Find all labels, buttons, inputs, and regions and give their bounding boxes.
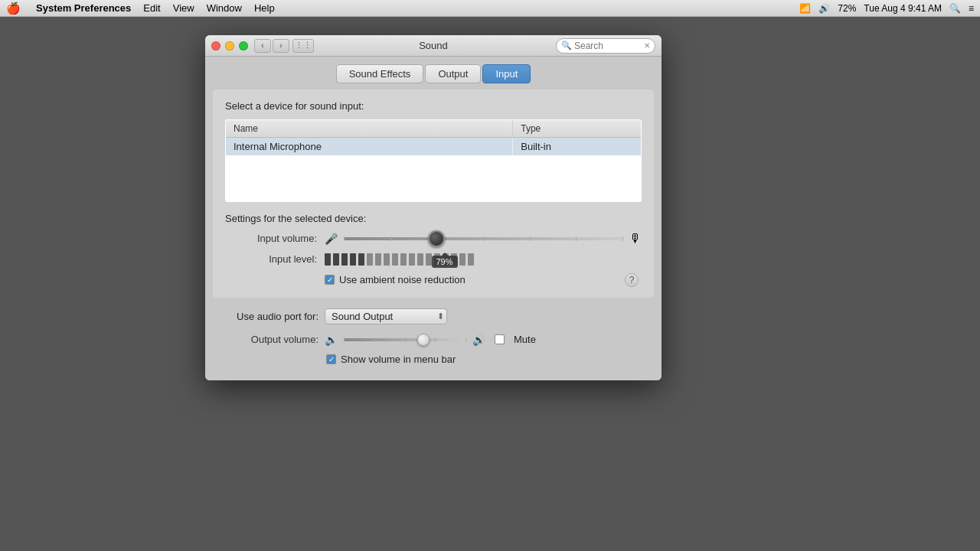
minimize-button[interactable] [225,41,234,51]
forward-button[interactable]: › [273,39,289,53]
battery-status: 72% [838,3,856,14]
level-bar-6 [367,253,373,266]
menu-system-preferences[interactable]: System Preferences [36,2,131,14]
back-button[interactable]: ‹ [254,39,271,53]
tab-output[interactable]: Output [425,64,481,83]
sound-panel: Sound Effects Output Input Select a devi… [205,57,662,380]
show-volume-row: ✓ Show volume in menu bar [213,354,654,365]
output-volume-thumb[interactable] [417,334,430,346]
level-bar-4 [350,253,356,266]
level-bar-12 [417,253,423,266]
show-volume-checkbox[interactable]: ✓ [326,354,336,364]
noise-reduction-row: ✓ Use ambient noise reduction [325,274,466,285]
select-wrapper: Sound Output Sound Input Off ⬍ [325,308,447,324]
tab-sound-effects[interactable]: Sound Effects [336,64,424,83]
search-input[interactable] [574,41,644,51]
level-bar-5 [358,253,364,266]
table-row-empty [226,155,642,201]
clock: Tue Aug 4 9:41 AM [864,3,942,14]
level-bar-2 [333,253,339,266]
tabs-row: Sound Effects Output Input [205,57,662,90]
settings-label: Settings for the selected device: [225,213,642,224]
noise-reduction-checkbox[interactable]: ✓ [325,275,335,285]
level-bar-17 [459,253,466,266]
input-volume-label: Input volume: [225,233,317,244]
panel-title: Sound [419,40,448,51]
mute-checkbox[interactable] [495,334,505,344]
apple-menu[interactable]: 🍎 [6,2,21,15]
select-device-label: Select a device for sound input: [225,100,642,112]
nav-buttons: ‹ › [254,39,289,53]
menu-edit[interactable]: Edit [143,2,160,14]
grid-button[interactable]: ⋮⋮ [292,39,314,53]
level-bar-3 [341,253,348,266]
traffic-lights [211,41,248,51]
device-name: Internal Microphone [226,138,513,156]
audio-port-row: Use audio port for: Sound Output Sound I… [213,308,654,324]
bottom-section: Use audio port for: Sound Output Sound I… [205,308,662,365]
output-volume-slider[interactable] [344,338,466,341]
close-button[interactable] [211,41,220,51]
input-level-label: Input level: [225,253,317,265]
table-row[interactable]: Internal Microphone Built-in [226,138,642,156]
show-volume-label: Show volume in menu bar [341,354,456,365]
mic-quiet-icon: 🎤 [325,233,338,245]
col-name: Name [226,120,513,138]
menu-view[interactable]: View [173,2,194,14]
audio-port-select[interactable]: Sound Output Sound Input Off [325,308,447,324]
col-type: Type [513,120,642,138]
level-bar-1 [325,253,331,266]
menubar-right: 📶 🔊 72% Tue Aug 4 9:41 AM 🔍 ≡ [799,3,974,14]
input-volume-thumb[interactable] [428,230,445,247]
mute-label: Mute [514,334,536,345]
level-bar-18 [468,253,474,266]
output-volume-label: Output volume: [213,334,318,345]
level-bar-11 [409,253,415,266]
wifi-icon: 📶 [799,3,811,14]
menu-window[interactable]: Window [207,2,242,14]
menubar: 🍎 System Preferences Edit View Window He… [0,0,980,17]
clear-search-icon[interactable]: ✕ [644,41,650,50]
tab-input[interactable]: Input [482,64,531,83]
input-volume-slider[interactable]: 79% [344,237,623,240]
titlebar: ‹ › ⋮⋮ Sound 🔍 ✕ [205,35,662,57]
input-volume-row: Input volume: 🎤 [225,232,642,246]
spotlight-icon[interactable]: 🔍 [949,3,961,14]
device-table: Name Type Internal Microphone Built-in [225,119,642,202]
search-bar[interactable]: 🔍 ✕ [556,38,655,54]
sound-window: ‹ › ⋮⋮ Sound 🔍 ✕ Sound Effects Output In… [205,35,662,380]
volume-icon: 🔊 [818,3,830,14]
audio-port-label: Use audio port for: [213,311,318,322]
control-strip-icon[interactable]: ≡ [969,3,974,14]
noise-reduction-label: Use ambient noise reduction [339,274,466,285]
volume-tooltip: 79% [431,256,457,268]
input-content: Select a device for sound input: Name Ty… [213,90,654,298]
speaker-quiet-icon: 🔈 [325,334,338,346]
settings-section: Settings for the selected device: Input … [225,213,642,287]
help-button[interactable]: ? [625,273,639,287]
level-bar-10 [400,253,407,266]
desktop: ‹ › ⋮⋮ Sound 🔍 ✕ Sound Effects Output In… [0,17,980,551]
search-icon: 🔍 [561,41,572,51]
mic-loud-icon: 🎙 [629,232,642,246]
speaker-loud-icon: 🔊 [472,334,485,346]
level-bar-9 [392,253,398,266]
table-header: Name Type [226,120,642,138]
output-volume-row: Output volume: 🔈 🔊 Mu [213,334,654,346]
device-type: Built-in [513,138,642,156]
maximize-button[interactable] [239,41,248,51]
level-bar-8 [384,253,390,266]
menu-help[interactable]: Help [254,2,275,14]
level-bar-7 [375,253,381,266]
